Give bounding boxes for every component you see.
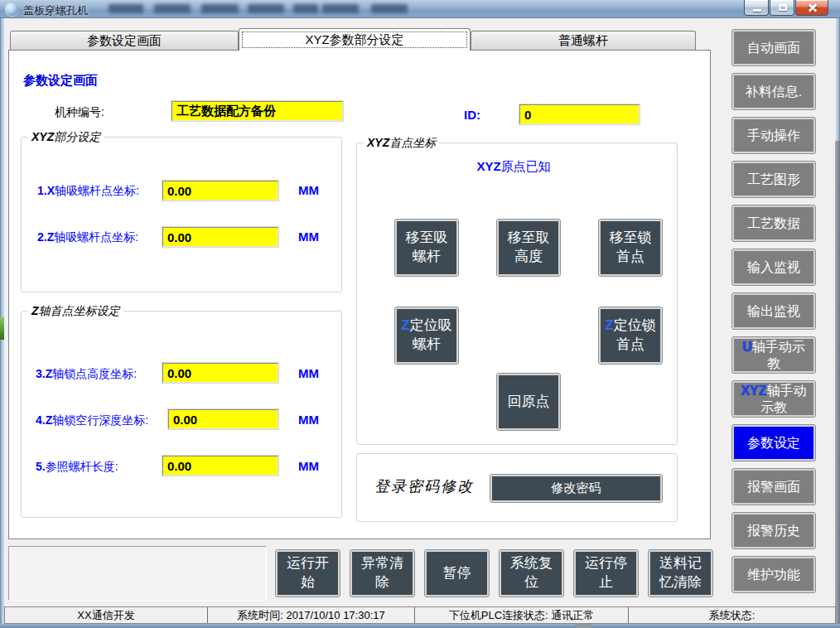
groupbox-xyz-section: XYZ部分设定 [21, 137, 342, 292]
redacted-menu-item [109, 4, 143, 13]
window-controls [743, 0, 828, 16]
field-label-z-lock-height: 3.Z轴锁点高度坐标: [36, 367, 137, 382]
tab-param-setting[interactable]: 参数设定画面 [10, 31, 239, 50]
sidebar-manual-operation-button[interactable]: 手动操作 [732, 118, 815, 153]
model-number-label: 机种编号: [55, 105, 104, 120]
run-start-button[interactable]: 运行开始 [276, 550, 340, 597]
unit-mm: MM [298, 366, 319, 380]
sidebar-auto-screen-button[interactable]: 自动画面 [732, 30, 815, 65]
model-number-input[interactable] [171, 101, 343, 121]
password-change-label: 登录密码修改 [374, 476, 474, 496]
sidebar-refill-info-button[interactable]: 补料信息. [732, 74, 815, 109]
redacted-menu-item [371, 4, 408, 13]
status-system-state: 系统状态: [629, 607, 835, 623]
button-label: Z定位锁首点 [604, 316, 657, 355]
x-suck-coord-input[interactable] [162, 181, 278, 200]
groupbox-title: XYZ首点坐标 [364, 136, 439, 151]
tab-normal-screw[interactable]: 普通螺杆 [471, 31, 696, 50]
change-password-button[interactable]: 修改密码 [490, 475, 662, 502]
desktop-peek [0, 317, 4, 340]
sidebar-param-setting-button[interactable]: 参数设定 [732, 425, 815, 461]
redacted-menu-item [154, 4, 191, 13]
run-stop-button[interactable]: 运行停止 [574, 550, 638, 597]
tab-xyz-param[interactable]: XYZ参数部分设定 [239, 28, 471, 51]
stats-panel [8, 546, 267, 601]
unit-mm: MM [298, 183, 319, 197]
origin-known-label: XYZ原点已知 [439, 159, 588, 175]
redacted-menu-item [293, 4, 318, 13]
close-button[interactable] [795, 0, 828, 16]
status-company: XX通信开发 [5, 607, 208, 623]
clear-error-button[interactable]: 异常清除 [350, 550, 414, 597]
return-origin-button[interactable]: 回原点 [497, 374, 560, 430]
redacted-menu-item [248, 4, 284, 13]
unit-mm: MM [298, 413, 319, 427]
unit-mm: MM [298, 229, 319, 244]
id-input[interactable] [519, 104, 640, 124]
app-window: 盖板穿螺孔机 参数设定画面 XYZ参数部分设定 普通螺杆 参数设定画面 机种编号… [0, 0, 840, 628]
field-label-z-idle-depth: 4.Z轴锁空行深度坐标: [36, 413, 148, 428]
minimize-icon [753, 9, 761, 12]
app-icon [5, 2, 18, 16]
maximize-button[interactable] [770, 0, 794, 16]
field-label-z-suck: 2.Z轴吸螺杆点坐标: [37, 230, 138, 245]
status-plc-connection: 下位机PLC连接状态: 通讯正常 [415, 607, 629, 623]
sidebar-maintenance-button[interactable]: 维护功能 [732, 557, 815, 592]
maximize-icon [779, 4, 787, 11]
button-label: Z定位吸螺杆 [400, 316, 453, 355]
redacted-menu-item [322, 4, 359, 13]
pause-button[interactable]: 暂停 [425, 550, 489, 597]
window-edge-shadow [835, 141, 840, 624]
system-reset-button[interactable]: 系统复位 [500, 550, 563, 597]
statusbar: XX通信开发 系统时间: 2017/10/10 17:30:17 下位机PLC连… [4, 606, 836, 624]
minimize-button[interactable] [744, 0, 769, 16]
sidebar-alarm-history-button[interactable]: 报警历史 [732, 513, 815, 548]
z-suck-coord-input[interactable] [162, 227, 278, 247]
sidebar-alarm-screen-button[interactable]: 报警画面 [732, 469, 815, 505]
sidebar-input-monitor-button[interactable]: 输入监视 [732, 249, 815, 285]
move-to-pick-height-button[interactable]: 移至取高度 [497, 220, 560, 276]
z-position-suck-screw-button[interactable]: Z定位吸螺杆 [395, 307, 458, 364]
focus-rect [242, 31, 467, 48]
unit-mm: MM [298, 459, 319, 473]
status-system-time: 系统时间: 2017/10/10 17:30:17 [208, 607, 415, 623]
button-label: U轴手动示教 [737, 339, 810, 372]
id-label: ID: [464, 108, 480, 122]
titlebar: 盖板穿螺孔机 [0, 0, 840, 18]
sidebar-xyz-axis-teach-button[interactable]: XYZ轴手动示教 [732, 381, 815, 417]
move-to-suck-screw-button[interactable]: 移至吸螺杆 [395, 220, 458, 276]
sidebar-process-data-button[interactable]: 工艺数据 [732, 205, 815, 241]
z-position-lock-first-point-button[interactable]: Z定位锁首点 [599, 307, 662, 364]
field-label-x-suck: 1.X轴吸螺杆点坐标: [37, 184, 139, 199]
window-border-bottom [0, 624, 840, 628]
move-to-lock-first-point-button[interactable]: 移至锁首点 [599, 220, 662, 276]
groupbox-title: Z轴首点坐标设定 [28, 304, 123, 319]
z-idle-depth-input[interactable] [168, 409, 278, 429]
feed-memory-clear-button[interactable]: 送料记忆清除 [649, 550, 712, 597]
z-lock-height-input[interactable] [162, 363, 278, 383]
field-label-ref-screw-length: 5.参照螺杆长度: [36, 460, 118, 475]
page-title: 参数设定画面 [23, 73, 98, 89]
button-label: XYZ轴手动示教 [737, 383, 810, 416]
sidebar-output-monitor-button[interactable]: 输出监视 [732, 293, 815, 329]
window-title: 盖板穿螺孔机 [23, 3, 88, 18]
sidebar-u-axis-teach-button[interactable]: U轴手动示教 [732, 337, 815, 373]
sidebar-process-graphic-button[interactable]: 工艺图形 [732, 162, 815, 197]
redacted-menu-item [201, 4, 239, 13]
groupbox-title: XYZ部分设定 [28, 130, 104, 145]
ref-screw-length-input[interactable] [162, 456, 278, 476]
